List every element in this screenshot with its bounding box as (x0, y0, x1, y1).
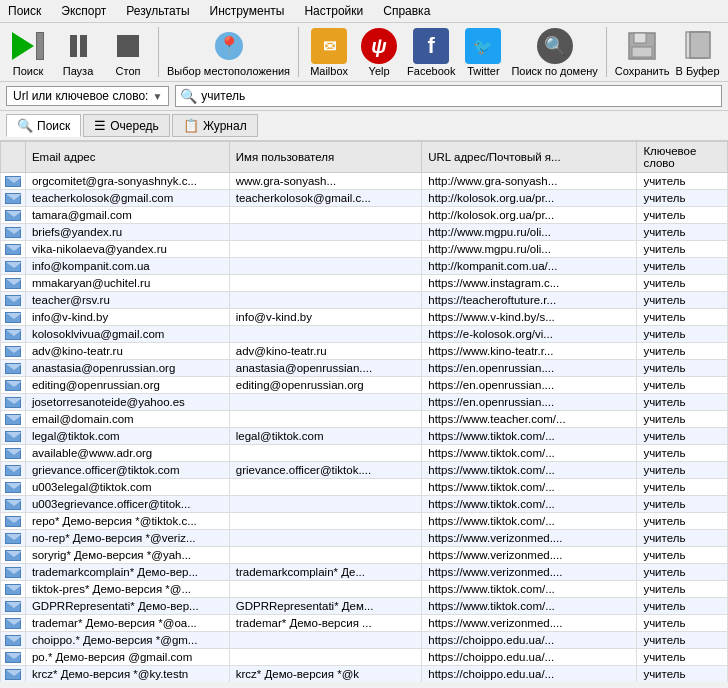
row-email: info@v-kind.by (25, 309, 229, 326)
save-button[interactable]: Сохранить (615, 27, 670, 77)
stop-button[interactable]: Стоп (106, 27, 150, 77)
table-row[interactable]: repo* Демо-версия *@tiktok.c... https://… (1, 513, 728, 530)
table-row[interactable]: no-rep* Демо-версия *@veriz... https://w… (1, 530, 728, 547)
toolbar-sep-2 (298, 27, 299, 77)
row-keyword: учитель (637, 173, 728, 190)
row-url: https://e-kolosok.org/vi... (422, 326, 637, 343)
email-icon (5, 584, 21, 595)
search-button-label: Поиск (13, 65, 43, 77)
row-icon-cell (1, 462, 26, 479)
row-user: trademarkcomplain* Де... (229, 564, 422, 581)
pause-button-label: Пауза (63, 65, 94, 77)
table-row[interactable]: orgcomitet@gra-sonyashnyk.c... www.gra-s… (1, 173, 728, 190)
menu-export[interactable]: Экспорт (57, 2, 110, 20)
table-row[interactable]: briefs@yandex.ru http://www.mgpu.ru/oli.… (1, 224, 728, 241)
table-row[interactable]: legal@tiktok.com legal@tiktok.com https:… (1, 428, 728, 445)
buffer-button-label: В Буфер (676, 65, 720, 77)
tab-queue[interactable]: ☰ Очередь (83, 114, 170, 137)
table-row[interactable]: available@www.adr.org https://www.tiktok… (1, 445, 728, 462)
menu-tools[interactable]: Инструменты (206, 2, 289, 20)
table-row[interactable]: krcz* Демо-версия *@ky.testn krcz* Демо-… (1, 666, 728, 683)
row-keyword: учитель (637, 394, 728, 411)
email-icon (5, 414, 21, 425)
email-icon (5, 244, 21, 255)
table-row[interactable]: editing@openrussian.org editing@openruss… (1, 377, 728, 394)
row-icon-cell (1, 615, 26, 632)
menu-settings[interactable]: Настройки (300, 2, 367, 20)
table-row[interactable]: grievance.officer@tiktok.com grievance.o… (1, 462, 728, 479)
buffer-button[interactable]: В Буфер (676, 27, 720, 77)
row-user: trademar* Демо-версия ... (229, 615, 422, 632)
row-user (229, 275, 422, 292)
keyword-input[interactable] (201, 89, 717, 103)
col-keyword-header[interactable]: Ключевое слово (637, 142, 728, 173)
table-row[interactable]: u003elegal@tiktok.com https://www.tiktok… (1, 479, 728, 496)
row-url: https://www.kino-teatr.r... (422, 343, 637, 360)
table-row[interactable]: anastasia@openrussian.org anastasia@open… (1, 360, 728, 377)
email-icon (5, 176, 21, 187)
results-table-container[interactable]: Email адрес Имя пользователя URL адрес/П… (0, 141, 728, 682)
row-user: editing@openrussian.org (229, 377, 422, 394)
svg-rect-2 (632, 47, 652, 57)
menu-help[interactable]: Справка (379, 2, 434, 20)
table-row[interactable]: trademarkcomplain* Демо-вер... trademark… (1, 564, 728, 581)
row-email: u003elegal@tiktok.com (25, 479, 229, 496)
email-icon (5, 346, 21, 357)
menu-results[interactable]: Результаты (122, 2, 193, 20)
table-row[interactable]: adv@kino-teatr.ru adv@kino-teatr.ru http… (1, 343, 728, 360)
row-email: no-rep* Демо-версия *@veriz... (25, 530, 229, 547)
url-dropdown[interactable]: Url или ключевое слово: ▼ (6, 86, 169, 106)
email-icon (5, 278, 21, 289)
location-button[interactable]: 📍 Выбор местоположения (167, 27, 290, 77)
table-row[interactable]: teacherkolosok@gmail.com teacherkolosok@… (1, 190, 728, 207)
row-icon-cell (1, 513, 26, 530)
domain-button[interactable]: 🔍 Поиск по домену (511, 27, 597, 77)
table-row[interactable]: teacher@rsv.ru https://teacheroftuture.r… (1, 292, 728, 309)
email-icon (5, 482, 21, 493)
col-email-header[interactable]: Email адрес (25, 142, 229, 173)
row-icon-cell (1, 224, 26, 241)
twitter-button[interactable]: 🐦 Twitter (461, 27, 505, 77)
table-row[interactable]: vika-nikolaeva@yandex.ru http://www.mgpu… (1, 241, 728, 258)
play-icon (8, 27, 48, 65)
row-url: https://www.tiktok.com/... (422, 513, 637, 530)
row-email: orgcomitet@gra-sonyashnyk.c... (25, 173, 229, 190)
table-row[interactable]: tamara@gmail.com http://kolosok.org.ua/p… (1, 207, 728, 224)
row-url: https://www.tiktok.com/... (422, 462, 637, 479)
tab-journal[interactable]: 📋 Журнал (172, 114, 258, 137)
tab-search[interactable]: 🔍 Поиск (6, 114, 81, 137)
menu-search[interactable]: Поиск (4, 2, 45, 20)
search-icon: 🔍 (180, 88, 197, 104)
table-row[interactable]: josetorresanoteide@yahoo.es https://en.o… (1, 394, 728, 411)
row-keyword: учитель (637, 598, 728, 615)
chevron-down-icon: ▼ (152, 91, 162, 102)
row-user (229, 479, 422, 496)
table-row[interactable]: po.* Демо-версия @gmail.com https://choi… (1, 649, 728, 666)
search-button[interactable]: Поиск (6, 27, 50, 77)
table-row[interactable]: tiktok-pres* Демо-версия *@... https://w… (1, 581, 728, 598)
row-icon-cell (1, 564, 26, 581)
col-user-header[interactable]: Имя пользователя (229, 142, 422, 173)
yelp-icon: ψ (359, 27, 399, 65)
facebook-button-label: Facebook (407, 65, 455, 77)
table-row[interactable]: info@v-kind.by info@v-kind.by https://ww… (1, 309, 728, 326)
table-row[interactable]: info@kompanit.com.ua http://kompanit.com… (1, 258, 728, 275)
facebook-button[interactable]: f Facebook (407, 27, 455, 77)
table-row[interactable]: u003egrievance.officer@titok... https://… (1, 496, 728, 513)
table-row[interactable]: kolosoklvivua@gmail.com https://e-koloso… (1, 326, 728, 343)
pause-button[interactable]: Пауза (56, 27, 100, 77)
table-row[interactable]: mmakaryan@uchitel.ru https://www.instagr… (1, 275, 728, 292)
table-row[interactable]: GDPRRepresentati* Демо-вер... GDPRRepres… (1, 598, 728, 615)
mailbox-button[interactable]: ✉ Mailbox (307, 27, 351, 77)
row-keyword: учитель (637, 496, 728, 513)
email-icon (5, 516, 21, 527)
col-url-header[interactable]: URL адрес/Почтовый я... (422, 142, 637, 173)
table-row[interactable]: email@domain.com https://www.teacher.com… (1, 411, 728, 428)
row-email: vika-nikolaeva@yandex.ru (25, 241, 229, 258)
table-row[interactable]: soryrig* Демо-версия *@yah... https://ww… (1, 547, 728, 564)
table-row[interactable]: trademar* Демо-версия *@oa... trademar* … (1, 615, 728, 632)
table-row[interactable]: choippo.* Демо-версия *@gm... https://ch… (1, 632, 728, 649)
row-icon-cell (1, 343, 26, 360)
row-user (229, 649, 422, 666)
yelp-button[interactable]: ψ Yelp (357, 27, 401, 77)
